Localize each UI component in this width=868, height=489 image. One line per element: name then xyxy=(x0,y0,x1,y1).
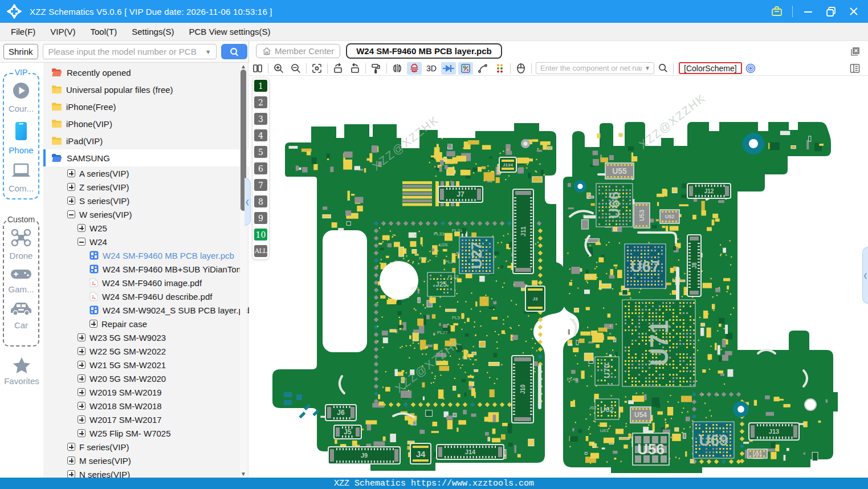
tree-item-w24-sm-f9460-mb-pcb-layer-pcb[interactable]: W24 SM-F9460 MB PCB layer.pcb xyxy=(43,248,249,262)
model-search-box[interactable]: ▼ xyxy=(43,44,217,59)
layer-button-1[interactable]: 1 xyxy=(254,80,267,92)
menu-item-file-f-[interactable]: File(F) xyxy=(3,23,43,40)
component-j9[interactable]: J9 xyxy=(328,447,400,464)
restore-icon[interactable] xyxy=(821,3,841,20)
component-u67[interactable]: U67 xyxy=(625,244,666,288)
scroll-up-icon[interactable]: ▲ xyxy=(240,63,247,70)
paint-roller-icon[interactable] xyxy=(369,62,384,75)
expand-icon[interactable] xyxy=(67,470,75,478)
chevron-down-icon[interactable]: ▼ xyxy=(645,65,650,71)
component-u55[interactable]: U55 xyxy=(605,163,634,179)
component-j12[interactable]: J12 xyxy=(687,184,731,198)
component-search-box[interactable]: ▼ xyxy=(536,62,654,74)
eye-icon[interactable] xyxy=(743,62,758,75)
layer-button-3[interactable]: 3 xyxy=(254,113,267,125)
menu-item-vip-v-[interactable]: VIP(V) xyxy=(43,23,83,40)
highlight-lamp-icon[interactable] xyxy=(407,62,422,75)
close-icon[interactable] xyxy=(844,3,863,20)
expand-icon[interactable] xyxy=(78,224,85,232)
tree-item-iphone-free-[interactable]: iPhone(Free) xyxy=(43,98,249,115)
component-u62[interactable]: U62 xyxy=(595,399,619,419)
model-search-input[interactable] xyxy=(48,47,202,56)
layer-button-4[interactable]: 4 xyxy=(254,129,267,141)
component-u56[interactable]: U56 xyxy=(633,433,669,465)
tree-item-universal-popular-files-free-[interactable]: Universal popular files (free) xyxy=(43,81,249,98)
component-u66[interactable]: U66 xyxy=(596,184,633,227)
colorscheme-button[interactable]: [ColorScheme] xyxy=(679,62,742,74)
member-center-button[interactable]: Member Center xyxy=(256,44,340,58)
zoom-in-icon[interactable] xyxy=(271,62,286,75)
component-u52[interactable]: U52 xyxy=(660,210,679,223)
tree-item-n-series-vip-[interactable]: N series(VIP) xyxy=(43,467,249,478)
tree-item-w2019-sm-w2019[interactable]: W2019 SM-W2019 xyxy=(43,385,249,399)
tree-item-m-series-vip-[interactable]: M series(VIP) xyxy=(43,454,249,467)
three-d-icon[interactable]: 3D xyxy=(424,62,439,75)
component-u51[interactable]: U51 xyxy=(748,449,767,458)
menu-item-settings-s-[interactable]: Settings(S) xyxy=(124,23,181,40)
component-j10[interactable]: J10 xyxy=(512,356,533,423)
tree-item-w25-flip-sm-w7025[interactable]: W25 Flip SM- W7025 xyxy=(43,426,249,440)
component-u69[interactable]: U69 xyxy=(693,422,734,458)
rail-item-car[interactable]: Car xyxy=(4,301,38,330)
expand-icon[interactable] xyxy=(78,333,85,341)
component-u70[interactable]: U70 xyxy=(595,357,619,385)
color-dots-icon[interactable] xyxy=(492,62,507,75)
scroll-down-icon[interactable]: ▼ xyxy=(240,471,247,477)
component-u27[interactable]: U27 xyxy=(459,237,494,274)
rotate-right-icon[interactable] xyxy=(348,62,362,75)
component-j6[interactable]: J6 xyxy=(325,405,356,421)
tree-item-f-series-vip-[interactable]: F series(VIP) xyxy=(43,440,249,454)
tree-item-z-series-vip-[interactable]: Z series(VIP) xyxy=(43,180,249,194)
layer-button-9[interactable]: 9 xyxy=(254,212,267,224)
tree-item-w2017-sm-w2017[interactable]: W2017 SM-W2017 xyxy=(43,413,249,426)
curve-icon[interactable] xyxy=(475,62,490,75)
tree-item-w24-sm-f9460-mb-sub-yidiantong[interactable]: W24 SM-F9460 MB+SUB YiDianTong xyxy=(43,262,249,276)
diode-icon[interactable] xyxy=(441,62,456,75)
expand-icon[interactable] xyxy=(78,429,85,437)
split-view-icon[interactable] xyxy=(250,62,265,75)
component-j134[interactable]: J134 xyxy=(499,157,516,172)
tree-item-w22-5g-sm-w2022[interactable]: W22 5G SM-W2022 xyxy=(43,344,249,358)
component-search-icon[interactable] xyxy=(655,62,670,75)
rail-item-phone[interactable]: Phone xyxy=(4,120,38,155)
expand-icon[interactable] xyxy=(78,374,85,382)
component-j5[interactable]: J5 xyxy=(334,425,361,439)
tree-item-recently-opened[interactable]: Recently opened xyxy=(43,64,249,81)
collapse-icon[interactable] xyxy=(67,210,75,218)
expand-icon[interactable] xyxy=(78,415,85,423)
component-search-input[interactable] xyxy=(540,64,642,72)
tree-item-iphone-vip-[interactable]: iPhone(VIP) xyxy=(43,115,249,132)
expand-icon[interactable] xyxy=(67,443,75,451)
component-j11[interactable]: J11 xyxy=(513,189,533,274)
favorites-item[interactable]: Favorites xyxy=(0,356,43,386)
mouse-icon[interactable] xyxy=(514,62,528,75)
rail-item-drone[interactable]: Drone xyxy=(4,228,38,260)
rotate-left-icon[interactable] xyxy=(331,62,345,75)
tree-item-w24-sm-f946u-describe-pdf[interactable]: W24 SM-F946U describe.pdf xyxy=(43,290,249,303)
menu-item-tool-t-[interactable]: Tool(T) xyxy=(83,23,125,40)
tree-item-w25[interactable]: W25 xyxy=(43,221,249,235)
tree-item-w-series-vip-[interactable]: W series(VIP) xyxy=(43,207,249,221)
tree-item-w23-5g-sm-w9023[interactable]: W23 5G SM-W9023 xyxy=(43,331,249,344)
minimize-icon[interactable] xyxy=(798,3,818,20)
expand-icon[interactable] xyxy=(67,457,75,464)
expand-icon[interactable] xyxy=(67,169,75,177)
tree-item-w24-sm-w9024_s-sub-pcb-layer-pcb[interactable]: W24 SM-W9024_S SUB PCB layer.pcb xyxy=(43,303,249,317)
collapse-right-panel-handle[interactable]: ❮ xyxy=(862,247,868,304)
expand-icon[interactable] xyxy=(78,402,85,410)
locate-frame-icon[interactable] xyxy=(309,62,324,75)
layer-button-6[interactable]: 6 xyxy=(254,162,267,174)
pcb-canvas[interactable]: 12345678910ALL J7J134J11U27J25J3J10J6J5J… xyxy=(249,76,868,478)
layer-button-7[interactable]: 7 xyxy=(254,179,267,191)
layer-button-10[interactable]: 10 xyxy=(254,229,267,241)
rail-item-gam[interactable]: Gam... xyxy=(4,267,38,294)
component-j3[interactable]: J3 xyxy=(525,286,545,311)
rail-item-com[interactable]: Com... xyxy=(4,162,38,193)
component-j14[interactable]: J14 xyxy=(437,445,504,459)
component-u54[interactable]: U54 xyxy=(630,407,651,423)
tree-item-w21-5g-sm-w2021[interactable]: W21 5G SM-W2021 xyxy=(43,358,249,372)
tree-scrollbar[interactable]: ▲ ▼ xyxy=(240,63,247,478)
close-panel-icon[interactable] xyxy=(850,46,861,59)
collapse-tree-handle[interactable]: ❮ xyxy=(244,178,251,226)
expand-icon[interactable] xyxy=(67,197,75,205)
